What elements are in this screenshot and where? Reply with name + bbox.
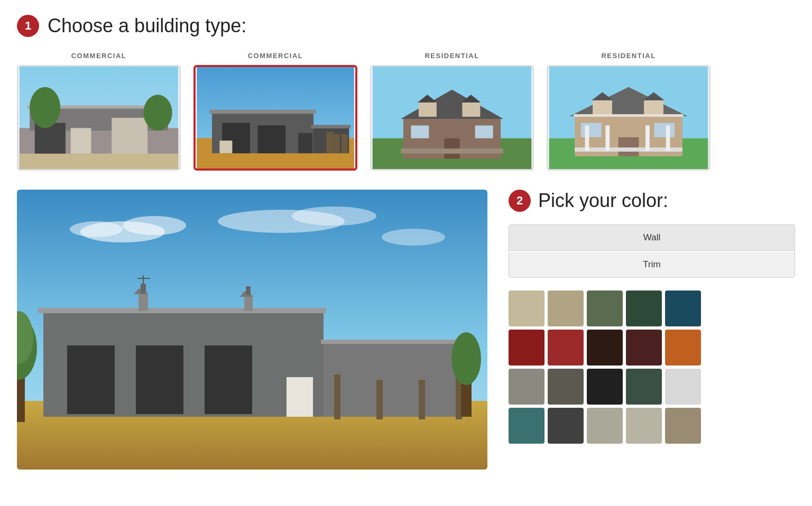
color-swatch-c16[interactable]	[509, 408, 545, 444]
building-type-label-residential2: RESIDENTIAL	[601, 52, 656, 60]
color-swatch-c3[interactable]	[587, 291, 623, 326]
color-swatch-c1[interactable]	[509, 291, 545, 326]
svg-rect-44	[581, 123, 602, 137]
svg-rect-70	[205, 345, 252, 414]
svg-point-8	[143, 95, 172, 130]
step2-badge: 2	[509, 190, 531, 212]
svg-rect-32	[411, 126, 429, 138]
color-swatch-c10[interactable]	[665, 330, 701, 366]
svg-point-54	[123, 216, 186, 235]
color-picker-section: 2 Pick your color: Wall Trim	[509, 190, 795, 444]
svg-rect-64	[334, 374, 340, 419]
main-content: 2 Pick your color: Wall Trim	[17, 190, 795, 470]
color-swatch-c13[interactable]	[587, 369, 623, 405]
svg-rect-15	[311, 125, 350, 128]
large-preview	[17, 190, 487, 470]
svg-rect-18	[257, 125, 285, 153]
svg-point-7	[30, 87, 60, 128]
color-swatch-c15[interactable]	[665, 369, 701, 405]
svg-point-57	[292, 207, 376, 226]
svg-rect-49	[605, 126, 610, 151]
step1-badge: 1	[17, 15, 39, 37]
color-swatch-c8[interactable]	[587, 330, 623, 366]
color-swatch-c14[interactable]	[626, 369, 662, 405]
svg-rect-21	[334, 134, 340, 153]
svg-rect-71	[287, 377, 313, 417]
color-swatch-c5[interactable]	[665, 291, 701, 326]
svg-rect-51	[666, 126, 670, 151]
svg-rect-43	[619, 137, 639, 156]
color-swatch-c7[interactable]	[548, 330, 584, 366]
svg-rect-46	[574, 114, 684, 117]
svg-rect-29	[462, 101, 480, 117]
svg-rect-13	[209, 110, 316, 114]
svg-rect-69	[136, 345, 183, 414]
svg-rect-16	[298, 133, 312, 153]
building-type-residential2[interactable]: RESIDENTIAL	[547, 52, 710, 171]
step2-header: 2 Pick your color:	[509, 190, 795, 212]
building-type-residential1[interactable]: RESIDENTIAL	[370, 52, 534, 171]
color-swatch-c2[interactable]	[548, 291, 584, 326]
step1-header: 1 Choose a building type:	[17, 15, 795, 37]
building-type-label-commercial1: COMMERCIAL	[71, 52, 127, 60]
svg-rect-5	[35, 123, 66, 156]
svg-rect-22	[342, 134, 348, 153]
building-type-label-residential1: RESIDENTIAL	[425, 52, 479, 60]
svg-rect-75	[244, 295, 253, 311]
svg-point-55	[70, 221, 123, 237]
building-type-img-residential2[interactable]	[547, 65, 710, 171]
svg-rect-62	[324, 343, 461, 417]
svg-rect-61	[38, 308, 326, 313]
svg-rect-74	[141, 284, 146, 293]
svg-rect-4	[112, 118, 147, 156]
svg-rect-77	[246, 286, 251, 295]
building-type-img-commercial2[interactable]	[193, 65, 357, 171]
color-swatch-c20[interactable]	[665, 408, 701, 444]
building-type-commercial1[interactable]: COMMERCIAL	[17, 52, 181, 171]
color-swatch-c11[interactable]	[509, 369, 545, 405]
color-swatch-c9[interactable]	[626, 330, 662, 366]
svg-rect-39	[593, 99, 612, 115]
svg-rect-33	[475, 126, 493, 138]
building-type-img-commercial1[interactable]	[17, 65, 181, 171]
svg-rect-72	[139, 293, 148, 311]
color-swatch-c6[interactable]	[509, 330, 545, 366]
svg-rect-66	[419, 380, 425, 419]
step2-title: Pick your color:	[538, 190, 668, 212]
svg-rect-45	[654, 123, 675, 137]
svg-rect-27	[419, 101, 437, 117]
svg-point-58	[382, 229, 445, 246]
svg-rect-50	[645, 126, 650, 151]
svg-rect-41	[644, 99, 663, 115]
svg-rect-65	[376, 380, 383, 419]
step1-title: Choose a building type:	[48, 15, 246, 37]
color-grid	[509, 291, 795, 444]
tab-wall[interactable]: Wall	[509, 225, 795, 251]
svg-rect-9	[20, 154, 179, 169]
color-swatch-c18[interactable]	[587, 408, 623, 444]
color-swatch-c19[interactable]	[626, 408, 662, 444]
svg-rect-34	[401, 148, 503, 154]
svg-rect-6	[71, 128, 91, 154]
svg-rect-20	[326, 132, 334, 153]
svg-rect-19	[219, 140, 232, 153]
svg-rect-63	[321, 340, 463, 344]
tab-trim[interactable]: Trim	[509, 252, 795, 277]
building-type-commercial2[interactable]: COMMERCIAL	[193, 52, 357, 171]
svg-rect-68	[67, 345, 115, 414]
page-wrapper: 1 Choose a building type: COMMERCIAL COM…	[0, 0, 812, 506]
color-tabs: Wall Trim	[509, 224, 795, 278]
building-type-label-commercial2: COMMERCIAL	[248, 52, 303, 60]
color-swatch-c17[interactable]	[548, 408, 584, 444]
svg-point-84	[451, 332, 481, 385]
color-swatch-c4[interactable]	[626, 291, 662, 326]
building-type-grid: COMMERCIAL COMMERCIAL RESIDENTIAL	[17, 52, 795, 171]
building-type-img-residential1[interactable]	[370, 65, 534, 171]
svg-rect-48	[585, 126, 589, 151]
color-swatch-c12[interactable]	[548, 369, 584, 405]
